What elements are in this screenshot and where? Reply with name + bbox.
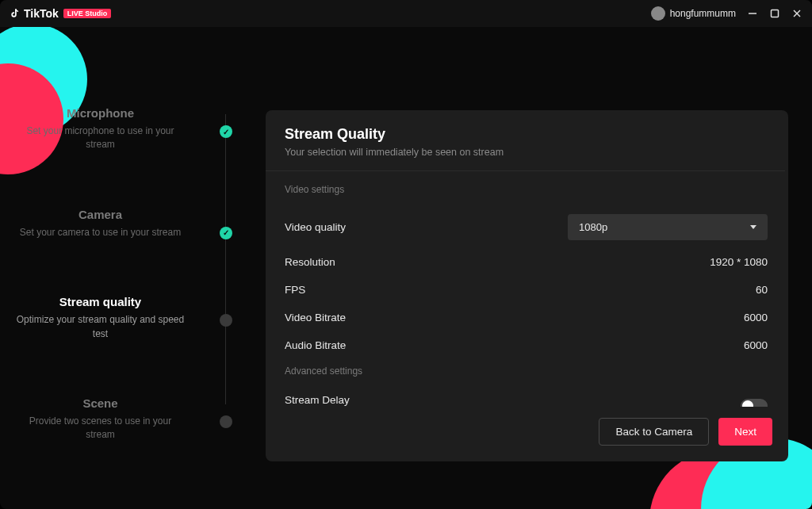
resolution-row: Resolution 1920 * 1080 — [285, 248, 768, 276]
step-active-indicator — [220, 314, 232, 327]
close-button[interactable] — [791, 8, 802, 19]
video-quality-label: Video quality — [285, 221, 346, 233]
titlebar-left: TikTok LIVE Studio — [10, 7, 111, 20]
toggle-knob — [742, 400, 753, 408]
step-title: Scene — [0, 396, 201, 410]
setup-steps: Microphone Set your microphone to use in… — [0, 27, 242, 509]
check-icon — [220, 227, 232, 239]
video-bitrate-value: 6000 — [744, 312, 768, 323]
video-quality-row: Video quality 1080p — [285, 206, 768, 248]
advanced-settings-label: Advanced settings — [285, 365, 768, 377]
panel-title: Stream Quality — [285, 126, 769, 143]
video-quality-value: 1080p — [579, 221, 607, 233]
step-microphone[interactable]: Microphone Set your microphone to use in… — [0, 106, 226, 208]
video-bitrate-row: Video Bitrate 6000 — [285, 304, 768, 331]
app-logo: TikTok — [10, 7, 59, 20]
back-button[interactable]: Back to Camera — [599, 418, 709, 446]
step-desc: Provide two scenes to use in your stream — [0, 415, 201, 442]
audio-bitrate-value: 6000 — [744, 339, 768, 351]
step-stream-quality[interactable]: Stream quality Optimize your stream qual… — [0, 295, 226, 396]
minimize-button[interactable] — [747, 8, 758, 19]
step-camera[interactable]: Camera Set your camera to use in your st… — [0, 208, 226, 295]
maximize-button[interactable] — [769, 8, 780, 19]
audio-bitrate-label: Audio Bitrate — [285, 339, 346, 351]
fps-row: FPS 60 — [285, 276, 768, 304]
panel-footer: Back to Camera Next — [266, 407, 788, 461]
fps-value: 60 — [756, 284, 768, 296]
avatar — [651, 6, 665, 21]
svg-rect-1 — [772, 10, 779, 17]
tiktok-icon — [10, 7, 21, 20]
step-title: Camera — [0, 208, 201, 221]
panel-body: Video settings Video quality 1080p Resol… — [266, 170, 785, 407]
video-bitrate-label: Video Bitrate — [285, 312, 346, 323]
step-scene[interactable]: Scene Provide two scenes to use in your … — [0, 396, 226, 498]
user-chip[interactable]: hongfummumm — [651, 6, 736, 21]
resolution-label: Resolution — [285, 256, 335, 268]
step-desc: Optimize your stream quality and speed t… — [0, 313, 201, 341]
step-desc: Set your microphone to use in your strea… — [0, 124, 201, 152]
live-studio-badge: LIVE Studio — [63, 9, 112, 18]
video-quality-select[interactable]: 1080p — [568, 214, 768, 240]
panel-subtitle: Your selection will immediately be seen … — [285, 147, 769, 158]
titlebar-right: hongfummumm — [651, 6, 802, 21]
resolution-value: 1920 * 1080 — [710, 256, 768, 268]
fps-label: FPS — [285, 284, 305, 296]
audio-bitrate-row: Audio Bitrate 6000 — [285, 331, 768, 359]
stream-quality-panel: Stream Quality Your selection will immed… — [266, 110, 788, 461]
stream-delay-toggle[interactable] — [741, 399, 768, 408]
step-desc: Set your camera to use in your stream — [0, 226, 201, 239]
step-pending-indicator — [220, 415, 232, 428]
chevron-down-icon — [750, 225, 756, 229]
next-button[interactable]: Next — [718, 418, 772, 446]
stream-delay-row: Stream Delay Live vedio and audio will b… — [285, 388, 768, 407]
panel-header: Stream Quality Your selection will immed… — [266, 110, 788, 170]
settings-scroll[interactable]: Video settings Video quality 1080p Resol… — [285, 171, 779, 407]
step-title: Microphone — [0, 106, 201, 120]
username: hongfummumm — [670, 8, 736, 19]
app-name: TikTok — [24, 7, 59, 20]
check-icon — [220, 125, 232, 138]
video-settings-label: Video settings — [285, 184, 768, 195]
step-title: Stream quality — [0, 295, 201, 308]
stream-delay-label: Stream Delay — [285, 394, 492, 406]
titlebar: TikTok LIVE Studio hongfummumm — [0, 0, 812, 27]
